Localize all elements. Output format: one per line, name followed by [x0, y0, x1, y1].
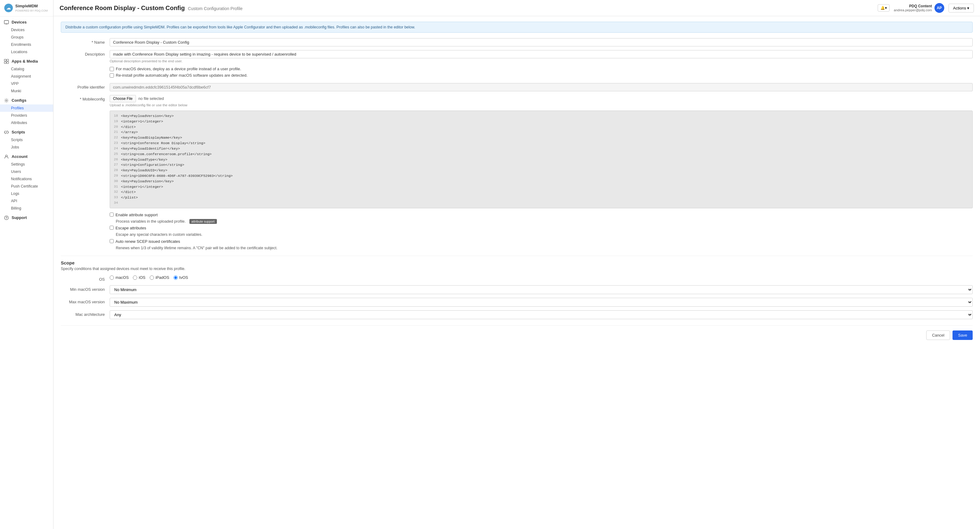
- main-content: Conference Room Display - Custom Config …: [54, 0, 980, 529]
- macos-radio[interactable]: [110, 275, 114, 280]
- sidebar-section-label-apps: Apps & Media: [12, 59, 38, 64]
- reinstall-checkbox-label: Re-install profile automatically after m…: [116, 73, 247, 78]
- code-line: 20 </dict>: [113, 124, 970, 130]
- svg-point-11: [6, 219, 6, 219]
- actions-button[interactable]: Actions ▾: [948, 4, 974, 13]
- sidebar-item-users[interactable]: Users: [0, 168, 53, 175]
- code-line: 19 <integer>1</integer>: [113, 119, 970, 124]
- sidebar-item-providers[interactable]: Providers: [0, 112, 53, 119]
- max-macos-label: Max macOS version: [61, 298, 110, 304]
- mobileconfig-hint: Upload a .mobileconfig file or use the e…: [110, 103, 973, 107]
- svg-point-7: [6, 100, 7, 101]
- mac-arch-row: Mac architecture Any: [61, 310, 973, 319]
- logo-icon: ☁: [4, 4, 13, 12]
- reinstall-checkbox[interactable]: [110, 73, 114, 78]
- sidebar-item-groups[interactable]: Groups: [0, 33, 53, 41]
- account-icon: [4, 154, 9, 159]
- sidebar-item-profiles[interactable]: Profiles: [0, 105, 53, 112]
- sidebar-item-attributes[interactable]: Attributes: [0, 119, 53, 126]
- min-macos-row: Min macOS version No Minimum: [61, 285, 973, 294]
- page-title-area: Conference Room Display - Custom Config …: [60, 5, 243, 12]
- name-row: * Name: [61, 38, 973, 46]
- tvos-radio[interactable]: [173, 275, 178, 280]
- sidebar-item-vpp[interactable]: VPP: [0, 80, 53, 87]
- sidebar-item-push-certificate[interactable]: Push Certificate: [0, 183, 53, 190]
- code-line: 26<key>PayloadType</key>: [113, 157, 970, 162]
- notifications-button[interactable]: 🔔▾: [878, 4, 889, 12]
- escape-attr-desc-area: Escape any special characters in custom …: [116, 232, 973, 237]
- scep-desc: Renews when 1/3 of validity lifetime rem…: [116, 246, 277, 250]
- sidebar-section-label-support: Support: [12, 215, 27, 220]
- min-macos-label: Min macOS version: [61, 285, 110, 292]
- svg-rect-3: [4, 59, 6, 61]
- sidebar-section-devices[interactable]: Devices: [0, 16, 53, 26]
- cancel-button[interactable]: Cancel: [926, 330, 950, 340]
- macos-checkbox-label: For macOS devices, deploy as a device pr…: [116, 67, 241, 71]
- scope-desc: Specify conditions that assigned devices…: [61, 267, 973, 271]
- sidebar-item-assignment[interactable]: Assignment: [0, 73, 53, 80]
- sidebar-item-logs[interactable]: Logs: [0, 190, 53, 197]
- sidebar-item-catalog[interactable]: Catalog: [0, 65, 53, 73]
- max-macos-field: No Maximum: [110, 298, 973, 307]
- sidebar-item-enrollments[interactable]: Enrollments: [0, 41, 53, 48]
- sidebar-section-scripts[interactable]: Scripts: [0, 126, 53, 136]
- sidebar-item-devices[interactable]: Devices: [0, 26, 53, 33]
- sidebar-item-jobs[interactable]: Jobs: [0, 143, 53, 151]
- enable-attr-row: Enable attribute support: [110, 213, 973, 217]
- brand-name: PDQ Content: [894, 4, 932, 8]
- svg-rect-0: [4, 21, 8, 24]
- description-row: Description Optional description present…: [61, 50, 973, 63]
- logo-area: ☁ SimpleMDM POWERED BY PDQ.COM: [0, 0, 53, 16]
- code-line: 33</plist>: [113, 195, 970, 200]
- sidebar-item-settings[interactable]: Settings: [0, 160, 53, 168]
- save-button[interactable]: Save: [953, 330, 973, 340]
- code-line: 23<string>Conference Room Display</strin…: [113, 140, 970, 146]
- sidebar-item-scripts[interactable]: Scripts: [0, 136, 53, 143]
- code-line: 29<string>1D06C6F8-0680-4D6F-A787-83939C…: [113, 173, 970, 179]
- scep-checkbox[interactable]: [110, 239, 114, 243]
- min-macos-field: No Minimum: [110, 285, 973, 294]
- sidebar-section-configs[interactable]: Configs: [0, 95, 53, 105]
- description-hint: Optional description presented to the en…: [110, 59, 973, 63]
- profile-identifier-label: Profile identifier: [61, 83, 110, 89]
- sidebar-item-locations[interactable]: Locations: [0, 48, 53, 56]
- sidebar-item-billing[interactable]: Billing: [0, 205, 53, 212]
- svg-rect-4: [7, 59, 8, 61]
- sidebar-item-api[interactable]: API: [0, 197, 53, 205]
- profile-identifier-input[interactable]: [110, 83, 973, 91]
- mac-arch-select[interactable]: Any: [110, 310, 973, 319]
- choose-file-button[interactable]: Choose File: [110, 95, 136, 102]
- enable-attr-checkbox[interactable]: [110, 213, 114, 216]
- code-editor[interactable]: 18 <key>PayloadVersion</key>19 <integer>…: [110, 111, 973, 208]
- macos-checkbox[interactable]: [110, 67, 114, 71]
- apps-icon: [4, 59, 9, 64]
- max-macos-select[interactable]: No Maximum: [110, 298, 973, 307]
- ios-radio-label: iOS: [139, 275, 145, 280]
- page-subtitle: Custom Configuration Profile: [188, 6, 243, 11]
- sidebar-section-account[interactable]: Account: [0, 151, 53, 160]
- code-line: 30<key>PayloadVersion</key>: [113, 179, 970, 184]
- tvos-radio-label: tvOS: [179, 275, 188, 280]
- sidebar-section-support[interactable]: Support: [0, 212, 53, 222]
- scope-title: Scope: [61, 260, 973, 265]
- ipados-radio[interactable]: [150, 275, 154, 280]
- page-title: Conference Room Display - Custom Config: [60, 5, 185, 12]
- mac-arch-label: Mac architecture: [61, 310, 110, 317]
- code-line: 27<string>Configuration</string>: [113, 162, 970, 168]
- sidebar-item-notifications[interactable]: Notifications: [0, 175, 53, 183]
- sidebar-section-label-account: Account: [12, 154, 27, 159]
- scope-section: Scope Specify conditions that assigned d…: [61, 256, 973, 319]
- code-line: 25<string>com.conferenceroom.profile</st…: [113, 151, 970, 157]
- sidebar-section-apps-media[interactable]: Apps & Media: [0, 56, 53, 65]
- description-input[interactable]: [110, 50, 973, 58]
- min-macos-select[interactable]: No Minimum: [110, 285, 973, 294]
- enable-attr-desc: Process variables in the uploaded profil…: [116, 219, 186, 224]
- support-icon: [4, 215, 9, 221]
- max-macos-row: Max macOS version No Maximum: [61, 298, 973, 307]
- escape-attr-checkbox[interactable]: [110, 226, 114, 230]
- configs-icon: [4, 98, 9, 103]
- name-input[interactable]: [110, 38, 973, 46]
- ios-radio[interactable]: [133, 275, 137, 280]
- sidebar-item-munki[interactable]: Munki: [0, 87, 53, 95]
- mac-arch-field: Any: [110, 310, 973, 319]
